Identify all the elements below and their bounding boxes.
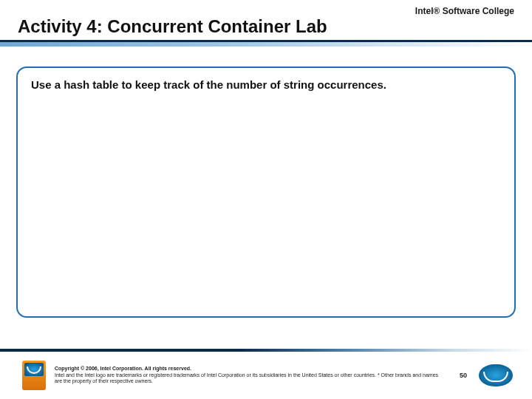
slide-title: Activity 4: Concurrent Container Lab [0, 16, 532, 40]
intel-logo-icon [479, 364, 513, 386]
page-number: 50 [448, 372, 479, 379]
content-text: Use a hash table to keep track of the nu… [31, 78, 501, 91]
title-rule-gradient [0, 42, 532, 47]
content-box: Use a hash table to keep track of the nu… [16, 66, 516, 318]
program-label: Intel® Software College [415, 6, 514, 16]
intel-software-badge-icon [22, 361, 46, 390]
title-band: Activity 4: Concurrent Container Lab [0, 16, 532, 47]
slide: Intel® Software College Activity 4: Conc… [0, 0, 532, 399]
footer: Copyright © 2006, Intel Corporation. All… [0, 352, 532, 399]
legal-text: Copyright © 2006, Intel Corporation. All… [55, 366, 448, 385]
trademark-line: Intel and the Intel logo are trademarks … [55, 372, 439, 386]
copyright-line: Copyright © 2006, Intel Corporation. All… [55, 366, 439, 372]
